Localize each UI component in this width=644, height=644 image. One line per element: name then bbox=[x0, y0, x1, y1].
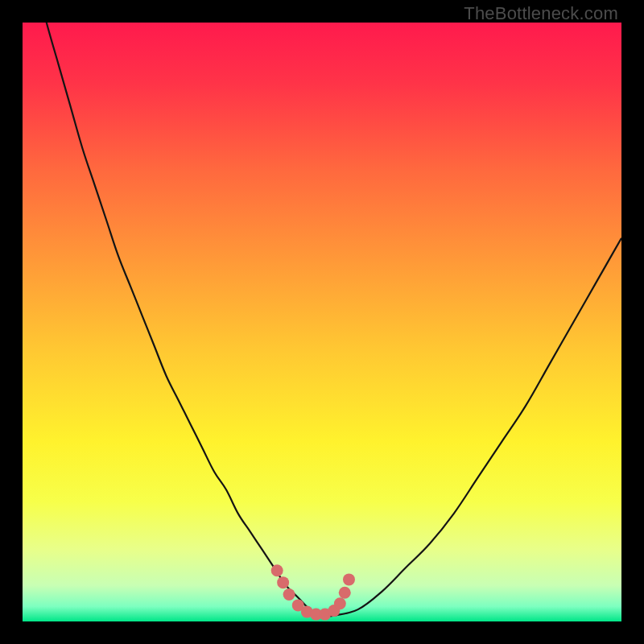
marker-dot bbox=[277, 576, 289, 588]
chart-frame bbox=[23, 23, 621, 621]
marker-dot bbox=[271, 564, 283, 576]
marker-dot bbox=[334, 597, 346, 609]
marker-dot bbox=[283, 588, 295, 601]
watermark-text: TheBottleneck.com bbox=[464, 3, 618, 24]
gradient-background bbox=[23, 23, 621, 621]
marker-dot bbox=[339, 587, 351, 599]
bottleneck-chart bbox=[23, 23, 621, 621]
marker-dot bbox=[343, 573, 355, 585]
